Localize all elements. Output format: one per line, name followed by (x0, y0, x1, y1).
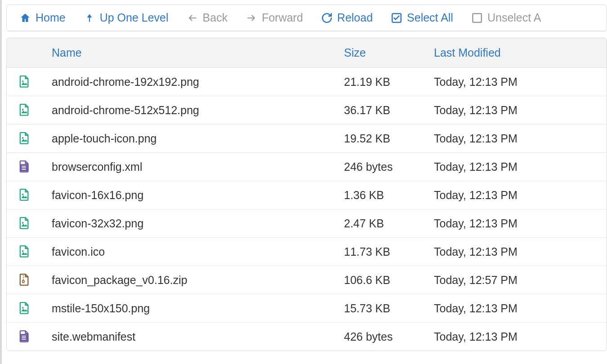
up-one-level-button[interactable]: Up One Level (84, 11, 169, 24)
file-name: favicon-16x16.png (47, 189, 339, 202)
file-name: android-chrome-192x192.png (47, 75, 339, 89)
column-size[interactable]: Size (339, 38, 429, 67)
select-all-button[interactable]: Select All (391, 11, 453, 24)
arrow-left-icon (187, 12, 198, 24)
file-table: Name Size Last Modified android-chrome-1… (6, 38, 607, 351)
level-up-icon (84, 12, 95, 24)
svg-point-4 (22, 137, 24, 139)
image-file-icon (18, 102, 30, 118)
image-file-icon (18, 216, 30, 231)
file-modified: Today, 12:13 PM (429, 160, 607, 173)
unselect-all-button: Unselect A (471, 11, 541, 24)
table-row[interactable]: favicon-16x16.png 1.36 KB Today, 12:13 P… (7, 181, 607, 209)
file-modified: Today, 12:13 PM (429, 189, 607, 202)
file-type-icon (7, 131, 47, 146)
file-size: 19.52 KB (339, 132, 429, 145)
file-name: android-chrome-512x512.png (47, 104, 339, 117)
table-header: Name Size Last Modified (7, 38, 607, 68)
file-modified: Today, 12:13 PM (429, 217, 607, 230)
home-button[interactable]: Home (19, 11, 66, 24)
unselect-all-label: Unselect A (487, 11, 541, 24)
file-name: favicon_package_v0.16.zip (47, 274, 339, 287)
reload-label: Reload (337, 11, 373, 24)
back-label: Back (203, 11, 228, 24)
column-name[interactable]: Name (47, 38, 339, 67)
table-row[interactable]: apple-touch-icon.png 19.52 KB Today, 12:… (7, 124, 607, 153)
file-modified: Today, 12:13 PM (429, 132, 607, 145)
document-file-icon (18, 159, 30, 174)
column-modified[interactable]: Last Modified (429, 38, 607, 67)
file-size: 11.73 KB (339, 245, 429, 258)
back-button: Back (187, 11, 228, 24)
arrow-right-icon (245, 12, 257, 24)
document-file-icon (18, 329, 30, 344)
file-modified: Today, 12:13 PM (429, 330, 607, 343)
file-type-icon (7, 272, 47, 288)
archive-file-icon (18, 272, 30, 288)
square-icon (471, 12, 483, 24)
table-row[interactable]: favicon.ico 11.73 KB Today, 12:13 PM (7, 238, 607, 266)
file-modified: Today, 12:57 PM (429, 274, 607, 287)
forward-label: Forward (262, 11, 303, 24)
svg-rect-1 (473, 13, 482, 22)
file-size: 21.19 KB (339, 75, 429, 89)
file-size: 15.73 KB (339, 302, 429, 315)
reload-button[interactable]: Reload (321, 11, 373, 24)
table-row[interactable]: android-chrome-192x192.png 21.19 KB Toda… (7, 68, 607, 96)
reload-icon (321, 12, 333, 24)
file-name: browserconfig.xml (47, 160, 339, 173)
toolbar: Home Up One Level Back Forward Reload (6, 4, 607, 31)
file-type-icon (7, 74, 47, 89)
file-modified: Today, 12:13 PM (429, 245, 607, 258)
file-type-icon (7, 216, 47, 231)
file-size: 246 bytes (339, 160, 429, 173)
table-row[interactable]: favicon_package_v0.16.zip 106.6 KB Today… (7, 266, 607, 294)
file-name: mstile-150x150.png (47, 302, 339, 315)
file-modified: Today, 12:13 PM (429, 75, 607, 89)
file-type-icon (7, 244, 47, 259)
file-name: favicon.ico (47, 245, 339, 258)
svg-point-2 (22, 80, 24, 82)
image-file-icon (18, 301, 30, 316)
table-row[interactable]: site.webmanifest 426 bytes Today, 12:13 … (7, 323, 607, 351)
table-row[interactable]: browserconfig.xml 246 bytes Today, 12:13… (7, 153, 607, 181)
file-name: favicon-32x32.png (47, 217, 339, 230)
file-type-icon (7, 301, 47, 316)
svg-point-12 (22, 194, 24, 195)
image-file-icon (18, 131, 30, 146)
file-modified: Today, 12:13 PM (429, 302, 607, 315)
svg-point-3 (22, 109, 24, 111)
file-size: 106.6 KB (339, 274, 429, 287)
select-all-label: Select All (407, 11, 453, 24)
file-modified: Today, 12:13 PM (429, 104, 607, 117)
file-size: 426 bytes (339, 330, 429, 343)
file-size: 1.36 KB (339, 189, 429, 202)
table-row[interactable]: android-chrome-512x512.png 36.17 KB Toda… (7, 96, 607, 124)
file-type-icon (7, 187, 47, 203)
forward-button: Forward (245, 11, 303, 24)
check-square-icon (391, 12, 402, 24)
file-type-icon (7, 102, 47, 118)
file-type-icon (7, 329, 47, 344)
image-file-icon (18, 187, 30, 203)
home-label: Home (36, 11, 66, 24)
table-body: android-chrome-192x192.png 21.19 KB Toda… (7, 68, 607, 351)
svg-point-14 (22, 250, 24, 252)
svg-point-13 (22, 222, 24, 224)
image-file-icon (18, 74, 30, 89)
file-type-icon (7, 159, 47, 174)
column-icon (7, 38, 47, 67)
table-row[interactable]: mstile-150x150.png 15.73 KB Today, 12:13… (7, 294, 607, 323)
table-row[interactable]: favicon-32x32.png 2.47 KB Today, 12:13 P… (7, 209, 607, 238)
file-name: site.webmanifest (47, 330, 339, 343)
home-icon (19, 12, 31, 24)
up-label: Up One Level (100, 11, 169, 24)
file-size: 2.47 KB (339, 217, 429, 230)
file-name: apple-touch-icon.png (47, 132, 339, 145)
file-size: 36.17 KB (339, 104, 429, 117)
image-file-icon (18, 244, 30, 259)
svg-rect-16 (22, 280, 24, 283)
svg-point-17 (22, 307, 24, 309)
